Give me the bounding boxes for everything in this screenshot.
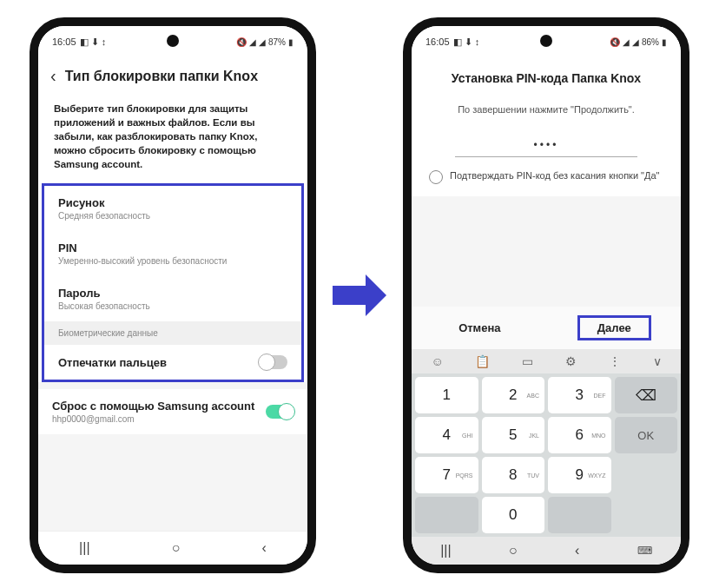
fingerprint-label: Отпечатки пальцев (58, 356, 167, 369)
status-notif-icons: ◧ ⬇ ↕ (80, 36, 107, 48)
key-ok[interactable]: OK (615, 417, 678, 453)
battery-percent: 87% (268, 37, 286, 47)
item-subtitle: Высокая безопасность (58, 301, 287, 311)
nav-home[interactable]: ○ (509, 543, 518, 558)
confirm-text: Подтверждать PIN-код без касания кнопки … (450, 169, 659, 182)
fingerprint-toggle[interactable] (260, 355, 287, 369)
reset-toggle[interactable] (266, 405, 294, 419)
volume-icon: 🔇 (236, 37, 247, 47)
signal-icon: ◢ ◢ (249, 37, 266, 47)
key-4[interactable]: 4GHI (415, 417, 478, 453)
more-icon[interactable]: ⋮ (609, 354, 621, 368)
key-0[interactable]: 0 (482, 497, 545, 533)
lock-type-pin[interactable]: PIN Умеренно-высокий уровень безопасност… (44, 231, 301, 276)
nav-keyboard-icon[interactable]: ⌨ (637, 545, 652, 557)
next-button[interactable]: Далее (577, 315, 651, 340)
signal-icon: ◢ ◢ (623, 37, 639, 47)
key-6[interactable]: 6MNO (548, 417, 611, 453)
battery-icon: ▮ (662, 37, 667, 47)
nav-home[interactable]: ○ (172, 540, 181, 556)
key-7[interactable]: 7PQRS (415, 457, 478, 493)
lock-type-password[interactable]: Пароль Высокая безопасность (44, 276, 301, 321)
status-notif-icons: ◧ ⬇ ↕ (453, 36, 480, 48)
nav-bar: ||| ○ ‹ (38, 531, 307, 565)
camera-cutout (167, 35, 179, 47)
key-8[interactable]: 8TUV (482, 457, 545, 493)
flow-arrow (329, 274, 390, 316)
nav-back[interactable]: ‹ (262, 540, 267, 556)
key-blank-right (548, 497, 611, 533)
item-subtitle: Средняя безопасность (58, 211, 287, 221)
key-3[interactable]: 3DEF (548, 377, 611, 413)
battery-icon: ▮ (288, 37, 294, 47)
pin-instruction: По завершении нажмите "Продолжить". (412, 92, 681, 127)
status-time: 16:05 (425, 36, 450, 47)
key-blank-left (415, 497, 478, 533)
modes-icon[interactable]: ▭ (522, 354, 533, 368)
item-subtitle: Умеренно-высокий уровень безопасности (58, 256, 287, 266)
fingerprint-row[interactable]: Отпечатки пальцев (44, 345, 301, 380)
description-text: Выберите тип блокировки для защиты прило… (38, 98, 307, 183)
lock-type-pattern[interactable]: Рисунок Средняя безопасность (44, 186, 301, 231)
item-title: Рисунок (58, 196, 287, 209)
nav-back[interactable]: ‹ (575, 543, 579, 558)
biometric-section-label: Биометрические данные (44, 321, 301, 345)
status-time: 16:05 (52, 36, 76, 47)
key-5[interactable]: 5JKL (482, 417, 545, 453)
reset-email: hhp0000@gmail.com (52, 414, 254, 424)
item-title: PIN (58, 241, 287, 254)
keyboard-toolbar: ☺ 📋 ▭ ⚙ ⋮ ∨ (412, 349, 681, 373)
reset-title: Сброс с помощью Samsung account (52, 400, 254, 413)
battery-percent: 86% (642, 37, 659, 47)
emoji-icon[interactable]: ☺ (431, 354, 443, 368)
samsung-reset-row[interactable]: Сброс с помощью Samsung account hhp0000@… (38, 389, 307, 434)
volume-icon: 🔇 (610, 37, 620, 47)
gear-icon[interactable]: ⚙ (565, 354, 577, 368)
key-backspace[interactable]: ⌫ (615, 377, 678, 413)
numeric-keypad: 1 2ABC 3DEF ⌫ 4GHI 5JKL 6MNO OK 7PQRS 8T… (412, 373, 681, 537)
confirm-without-tap-row[interactable]: Подтверждать PIN-код без касания кнопки … (412, 157, 681, 196)
phone-right: 16:05 ◧ ⬇ ↕ 🔇 ◢ ◢ 86% ▮ Установка PIN-ко… (403, 17, 689, 573)
key-9[interactable]: 9WXYZ (548, 457, 611, 493)
action-buttons: Отмена Далее (412, 307, 681, 349)
collapse-icon[interactable]: ∨ (653, 354, 662, 368)
nav-bar: ||| ○ ‹ ⌨ (412, 537, 681, 565)
lock-type-highlight: Рисунок Средняя безопасность PIN Умеренн… (42, 183, 304, 382)
camera-cutout (540, 35, 552, 47)
back-icon[interactable]: ‹ (50, 66, 56, 86)
cancel-button[interactable]: Отмена (441, 316, 518, 340)
page-title: Тип блокировки папки Knox (65, 69, 258, 84)
header: ‹ Тип блокировки папки Knox (38, 54, 307, 98)
key-2[interactable]: 2ABC (482, 377, 545, 413)
key-1[interactable]: 1 (415, 377, 478, 413)
radio-unchecked-icon[interactable] (429, 170, 443, 184)
pin-setup-title: Установка PIN-кода Папка Knox (412, 54, 681, 92)
phone-left: 16:05 ◧ ⬇ ↕ 🔇 ◢ ◢ 87% ▮ ‹ Тип блокировки… (30, 17, 316, 573)
pin-dots: •••• (412, 127, 681, 156)
nav-recent[interactable]: ||| (79, 540, 89, 556)
clipboard-icon[interactable]: 📋 (475, 354, 490, 368)
item-title: Пароль (58, 287, 287, 300)
nav-recent[interactable]: ||| (440, 543, 451, 558)
